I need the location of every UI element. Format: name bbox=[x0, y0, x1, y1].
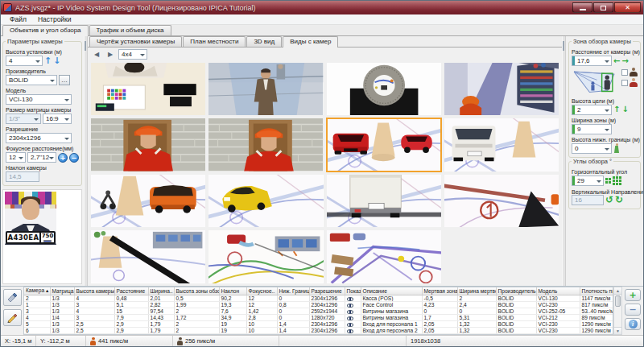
distance-increase-icon[interactable]: → bbox=[621, 57, 628, 65]
close-button[interactable]: ✕ bbox=[614, 2, 641, 13]
menu-item-1[interactable]: Настройки bbox=[32, 14, 77, 24]
height-up-icon[interactable]: ↑ bbox=[44, 56, 52, 65]
minimize-button[interactable] bbox=[572, 2, 592, 13]
rotate-cw-icon[interactable]: ↻ bbox=[615, 195, 623, 204]
column-header-1[interactable]: Матрица bbox=[50, 287, 74, 295]
target-height-select[interactable]: 2 bbox=[572, 105, 612, 115]
camera-row-2[interactable]: 21/340,482,010,590,21202304x1296Касса (P… bbox=[24, 295, 613, 302]
focal-length-select[interactable]: 12 bbox=[6, 152, 26, 163]
camera-view-staff-entrance-2[interactable] bbox=[208, 118, 323, 171]
visible-eye-icon[interactable] bbox=[347, 323, 353, 327]
camera-view-store-aisle-shelves[interactable] bbox=[444, 63, 559, 115]
pencil-tool-button[interactable] bbox=[3, 309, 22, 326]
eraser-tool-button[interactable] bbox=[3, 289, 22, 306]
column-header-4[interactable]: Ширина.. bbox=[148, 287, 174, 295]
camera-view-parking-orange-suv[interactable] bbox=[91, 175, 205, 227]
camera-row-3[interactable]: 31/341597,5427,61,4202592x1944Витрины ма… bbox=[24, 308, 613, 315]
column-header-11[interactable]: Описание bbox=[361, 287, 422, 295]
camera-view-parking-red-cars[interactable] bbox=[327, 118, 441, 171]
camera-view-pos-counter-topdown[interactable] bbox=[91, 63, 205, 115]
right-splitter[interactable] bbox=[562, 36, 566, 286]
tilt-label: Наклон камеры bbox=[6, 165, 79, 171]
camera-view-siteplan-mark-1[interactable] bbox=[444, 175, 559, 227]
view-tab-1[interactable]: План местности bbox=[183, 36, 246, 47]
grid-layout-select[interactable]: 4x4 bbox=[118, 49, 147, 60]
column-header-8[interactable]: Ниж. Граница bbox=[277, 287, 309, 295]
column-header-12[interactable]: Мертвая зона bbox=[422, 287, 457, 295]
remove-camera-button[interactable]: − bbox=[625, 304, 641, 316]
visible-eye-icon[interactable] bbox=[347, 297, 353, 301]
focal-range-select[interactable]: 2,7''12 bbox=[27, 152, 56, 163]
camera-view-siteplan-overview[interactable] bbox=[327, 230, 441, 283]
view-tab-3[interactable]: Виды с камер bbox=[283, 36, 338, 48]
column-header-5[interactable]: Высота зоны обзора bbox=[174, 287, 219, 295]
install-height-select[interactable]: 4 bbox=[6, 56, 43, 66]
column-header-13[interactable]: Ширина мертвой.. bbox=[457, 287, 496, 295]
height-down-icon[interactable]: ↓ bbox=[53, 56, 60, 65]
distance-decrease-icon[interactable]: ← bbox=[613, 57, 620, 65]
horizontal-angle-select[interactable]: 29 bbox=[572, 176, 604, 186]
target-down-icon[interactable]: ↓ bbox=[621, 105, 628, 114]
show-person-1-checkbox[interactable] bbox=[621, 69, 628, 76]
scrollbar-thumb[interactable] bbox=[615, 295, 621, 307]
column-header-16[interactable]: Плотность пикс.. bbox=[580, 287, 613, 295]
aspect-16-9-icon[interactable] bbox=[613, 176, 621, 185]
zoom-in-button[interactable]: + bbox=[58, 153, 68, 163]
column-header-10[interactable]: Показ.. bbox=[345, 287, 361, 295]
resolution-select[interactable]: 2304x1296 bbox=[6, 133, 72, 143]
prev-view-button[interactable]: ◀ bbox=[91, 49, 102, 60]
aspect-ratio-select[interactable]: 16:9 bbox=[43, 114, 72, 124]
column-header-3[interactable]: Расстояние bbox=[114, 287, 148, 295]
sensor-size-select[interactable]: 1/3" bbox=[6, 114, 41, 124]
left-splitter[interactable] bbox=[84, 36, 88, 286]
camera-view-parking-box-truck[interactable] bbox=[327, 175, 441, 227]
camera-view-parking-yellow-car[interactable] bbox=[208, 175, 323, 227]
scroll-down-icon[interactable]: ▼ bbox=[614, 327, 621, 334]
camera-row-5[interactable]: 51/32,52,91,79219101,42304x1296Вход для … bbox=[24, 321, 613, 328]
camera-view-siteplan-colored-curves[interactable] bbox=[208, 230, 323, 283]
person-detection-icon bbox=[90, 337, 96, 345]
model-select[interactable]: VCI-130 bbox=[6, 94, 72, 105]
visible-eye-icon[interactable] bbox=[347, 329, 353, 333]
visible-eye-icon[interactable] bbox=[347, 304, 353, 308]
camera-row-1[interactable]: 11/335,12,821,9919,3120,82304x1296Face C… bbox=[24, 302, 613, 308]
restore-button[interactable] bbox=[593, 2, 613, 13]
distance-select[interactable]: 17,6 bbox=[572, 56, 612, 66]
column-header-2[interactable]: Высота камеры bbox=[74, 287, 114, 295]
camera-view-staff-entrance-1[interactable] bbox=[91, 118, 205, 171]
vendor-select[interactable]: BOLID bbox=[6, 75, 57, 85]
view-tab-0[interactable]: Чертёж установки камеры bbox=[89, 36, 182, 47]
column-header-6[interactable]: Наклон bbox=[219, 287, 246, 295]
visible-eye-icon[interactable] bbox=[347, 310, 353, 314]
bottom-border-select[interactable]: 0 bbox=[572, 143, 612, 154]
column-header-15[interactable]: Модель bbox=[536, 287, 580, 295]
menu-item-0[interactable]: Файл bbox=[4, 14, 32, 24]
target-up-icon[interactable]: ↑ bbox=[613, 105, 620, 114]
vendor-more-button[interactable]: … bbox=[59, 75, 70, 85]
zoom-out-button[interactable]: − bbox=[69, 153, 79, 163]
camera-row-6[interactable]: 61/32,52,91,79219101,42304x1296Вход для … bbox=[24, 328, 613, 334]
scroll-up-icon[interactable]: ▲ bbox=[614, 287, 621, 295]
next-view-button[interactable]: ▶ bbox=[105, 49, 116, 60]
zone-width-select[interactable]: 9 bbox=[572, 124, 612, 134]
table-scrollbar[interactable]: ▲ ▼ bbox=[613, 287, 622, 336]
camera-info-button[interactable]: i bbox=[625, 318, 641, 330]
camera-view-fisheye-ceiling[interactable] bbox=[327, 63, 441, 115]
main-tab-1[interactable]: Трафик и объем диска bbox=[89, 25, 171, 35]
visible-eye-icon[interactable] bbox=[347, 316, 353, 320]
aspect-4-3-icon[interactable] bbox=[605, 178, 611, 184]
camera-view-face-control-entrance[interactable] bbox=[208, 63, 323, 115]
add-camera-button[interactable]: + bbox=[625, 289, 641, 301]
view-tab-strip: Чертёж установки камерыПлан местности3D … bbox=[88, 36, 562, 48]
column-header-7[interactable]: Фокусное.. bbox=[246, 287, 277, 295]
show-person-2-checkbox[interactable] bbox=[621, 80, 628, 86]
column-header-0[interactable]: Камера ▴ bbox=[24, 287, 50, 295]
view-tab-2[interactable]: 3D вид bbox=[246, 36, 282, 47]
rotate-ccw-icon[interactable]: ↺ bbox=[605, 195, 613, 204]
camera-view-siteplan-black-line[interactable] bbox=[91, 230, 205, 283]
main-tab-0[interactable]: Объектив и угол обзора bbox=[2, 25, 89, 36]
column-header-14[interactable]: Производитель bbox=[496, 287, 536, 295]
camera-view-parking-white-van[interactable] bbox=[444, 118, 559, 171]
camera-row-4[interactable]: 41/437,914,431,7234,92,801280x720Витрины… bbox=[24, 315, 613, 321]
column-header-9[interactable]: Разрешение bbox=[309, 287, 345, 295]
